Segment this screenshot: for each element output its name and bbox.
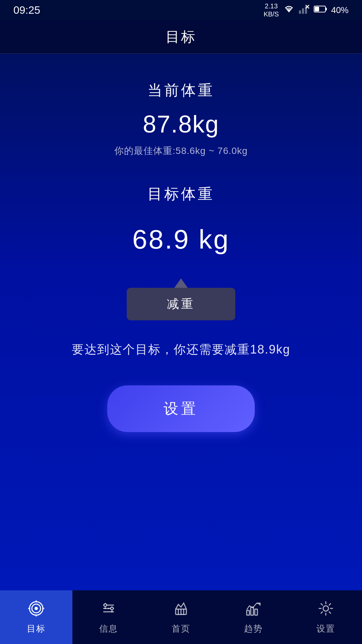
signal-icon xyxy=(299,4,310,16)
nav-label-trend: 趋势 xyxy=(244,623,263,635)
nav-item-home[interactable]: 首页 xyxy=(145,590,217,644)
current-weight-label: 当前体重 xyxy=(147,80,215,100)
svg-point-24 xyxy=(111,607,113,610)
nav-label-info: 信息 xyxy=(99,623,118,635)
nav-label-home: 首页 xyxy=(172,623,190,635)
battery-percent: 40% xyxy=(331,5,349,15)
trend-nav-icon xyxy=(245,600,262,620)
svg-point-32 xyxy=(323,606,328,611)
goal-type-button[interactable]: 减重 xyxy=(127,288,235,320)
status-time: 09:25 xyxy=(13,4,40,16)
target-weight-section: 目标体重 68.9 kg xyxy=(132,184,230,265)
settings-button[interactable]: 设置 xyxy=(107,385,255,432)
svg-rect-29 xyxy=(247,610,249,615)
page-header: 目标 xyxy=(0,20,362,54)
home-nav-icon xyxy=(172,600,190,620)
svg-point-21 xyxy=(104,604,107,606)
nav-label-goal: 目标 xyxy=(27,623,46,635)
target-weight-value: 68.9 kg xyxy=(132,224,230,255)
nav-item-trend[interactable]: 趋势 xyxy=(217,590,290,644)
svg-rect-1 xyxy=(302,8,304,14)
main-content: 当前体重 87.8kg 你的最佳体重:58.6kg ~ 76.0kg 目标体重 … xyxy=(0,54,362,590)
battery-icon xyxy=(314,5,327,15)
svg-point-18 xyxy=(108,608,109,609)
nav-item-info[interactable]: 信息 xyxy=(72,590,145,644)
nav-label-settings: 设置 xyxy=(316,623,335,635)
network-speed: 2.13 KB/S xyxy=(263,2,279,18)
nav-item-settings[interactable]: 设置 xyxy=(290,590,362,644)
svg-rect-0 xyxy=(299,10,301,14)
wifi-icon xyxy=(283,4,295,16)
bottom-navigation: 目标 信息 xyxy=(0,590,362,644)
nav-item-goal[interactable]: 目标 xyxy=(0,590,72,644)
optimal-weight-hint: 你的最佳体重:58.6kg ~ 76.0kg xyxy=(114,145,248,157)
info-nav-icon xyxy=(100,600,117,620)
dropdown-arrow-icon xyxy=(174,278,188,288)
target-weight-label: 目标体重 xyxy=(147,184,215,204)
settings-nav-icon xyxy=(317,600,335,620)
current-weight-value: 87.8kg xyxy=(143,110,219,138)
goal-nav-icon xyxy=(27,600,45,620)
current-weight-section: 当前体重 87.8kg 你的最佳体重:58.6kg ~ 76.0kg xyxy=(114,80,248,184)
goal-type-selector[interactable]: 减重 xyxy=(127,278,235,320)
svg-rect-7 xyxy=(315,7,319,11)
svg-rect-6 xyxy=(325,8,327,10)
svg-rect-31 xyxy=(255,609,257,615)
svg-rect-30 xyxy=(251,607,253,615)
status-icons: 2.13 KB/S xyxy=(263,2,349,18)
page-title: 目标 xyxy=(166,28,196,46)
svg-point-10 xyxy=(35,607,38,610)
goal-message: 要达到这个目标，你还需要减重18.9kg xyxy=(72,340,290,359)
status-bar: 09:25 2.13 KB/S xyxy=(0,0,362,20)
